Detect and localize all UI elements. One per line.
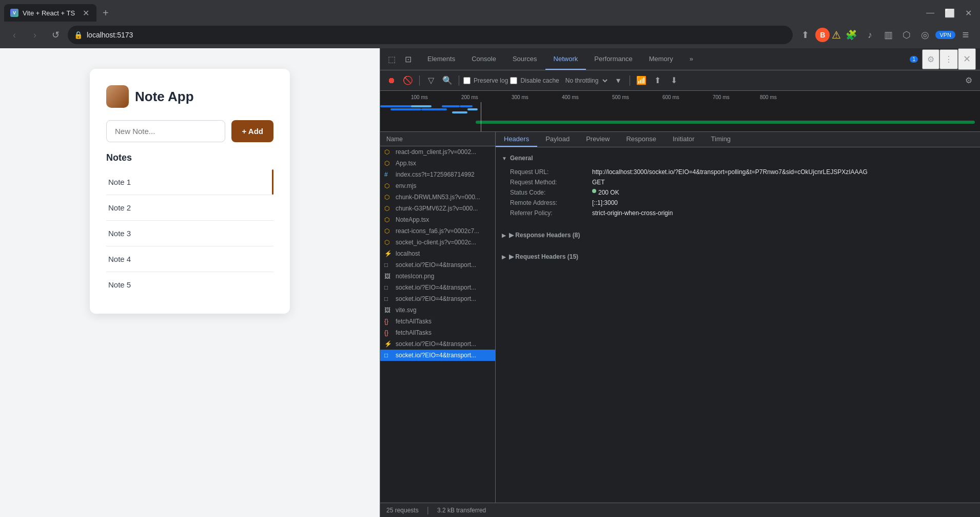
network-item[interactable]: ⬡ NoteApp.tsx: [380, 214, 495, 225]
throttle-arrow[interactable]: ▾: [611, 73, 625, 88]
devtools-close-icon[interactable]: ✕: [958, 48, 976, 70]
record-button[interactable]: ⏺: [384, 73, 399, 88]
new-tab-button[interactable]: +: [99, 5, 113, 21]
tab-payload[interactable]: Payload: [537, 132, 578, 147]
share-icon[interactable]: ⬆: [797, 27, 813, 43]
devtools-more-icon[interactable]: ⋮: [939, 49, 958, 69]
note-app-title: Note App: [135, 89, 194, 105]
network-item[interactable]: {} fetchAllTasks: [380, 327, 495, 338]
tab-performance[interactable]: Performance: [586, 48, 640, 70]
music-icon[interactable]: ♪: [861, 27, 878, 43]
network-list: Name ⬡ react-dom_client.js?v=0002... ⬡ A…: [380, 132, 496, 503]
devtools-badge: 1: [906, 56, 922, 63]
network-item-name: socket_io-client.js?v=0002c...: [396, 239, 491, 246]
status-code-value: 200 OK: [598, 189, 619, 196]
minimize-button[interactable]: —: [922, 6, 938, 20]
network-item[interactable]: ⬡ socket_io-client.js?v=0002c...: [380, 237, 495, 248]
img-icon: 🖼: [384, 307, 393, 314]
devtools-header: ⬚ ⊡ Elements Console Sources Network Per…: [380, 48, 980, 70]
upload-icon[interactable]: ⬆: [651, 73, 665, 88]
close-button[interactable]: ✕: [961, 6, 976, 20]
network-item[interactable]: {} fetchAllTasks: [380, 316, 495, 327]
collapse-arrow: ▼: [502, 156, 507, 161]
maximize-button[interactable]: ⬜: [940, 6, 959, 20]
tab-headers[interactable]: Headers: [496, 132, 537, 147]
js-icon: ⬡: [384, 160, 393, 167]
network-item-selected[interactable]: □ socket.io/?EIO=4&transport...: [380, 350, 495, 361]
response-headers-header[interactable]: ▶ ▶ Response Headers (8): [502, 228, 974, 242]
network-item[interactable]: ⬡ chunk-G3PMV62Z.js?v=000...: [380, 203, 495, 214]
general-header[interactable]: ▼ General: [502, 151, 974, 165]
ws-icon: ⚡: [384, 250, 393, 257]
extensions-icon[interactable]: 🧩: [843, 27, 859, 43]
devtools-settings-icon[interactable]: ⚙: [922, 49, 939, 69]
throttle-select[interactable]: No throttling: [561, 75, 609, 86]
tab-elements[interactable]: Elements: [419, 48, 463, 70]
forward-button[interactable]: ›: [27, 27, 43, 43]
network-item[interactable]: # index.css?t=1725968714992: [380, 169, 495, 180]
preserve-log-label[interactable]: Preserve log: [463, 77, 508, 84]
tab-preview[interactable]: Preview: [578, 132, 618, 147]
network-item[interactable]: □ socket.io/?EIO=4&transport...: [380, 293, 495, 304]
tab-response[interactable]: Response: [618, 132, 664, 147]
js-icon: ⬡: [384, 205, 393, 212]
menu-icon[interactable]: ≡: [957, 27, 974, 43]
tab-close-icon[interactable]: ✕: [81, 8, 90, 17]
network-item[interactable]: □ socket.io/?EIO=4&transport...: [380, 282, 495, 293]
devtools-device-icon[interactable]: ⊡: [401, 52, 415, 66]
name-column-header: Name: [386, 136, 403, 143]
search-icon[interactable]: 🔍: [440, 73, 455, 88]
preserve-log-checkbox[interactable]: [463, 77, 471, 84]
network-item[interactable]: ⬡ chunk-DRWLMN53.js?v=000...: [380, 192, 495, 203]
network-item[interactable]: ⬡ react-icons_fa6.js?v=0002c7...: [380, 225, 495, 237]
request-url-value: http://localhost:3000/socket.io/?EIO=4&t…: [592, 168, 868, 176]
network-item[interactable]: ⬡ App.tsx: [380, 158, 495, 169]
note-item: Note 5: [106, 272, 273, 297]
sidebar-icon[interactable]: ▥: [880, 27, 896, 43]
status-code-row: Status Code: 200 OK: [510, 187, 974, 198]
network-item[interactable]: ⬡ env.mjs: [380, 180, 495, 192]
devtools-inspect-icon[interactable]: ⬚: [384, 52, 399, 66]
vpn-badge[interactable]: VPN: [935, 31, 955, 39]
network-item[interactable]: 🖼 notesIcon.png: [380, 271, 495, 282]
disable-cache-checkbox[interactable]: [510, 77, 517, 84]
tab-bar: V Vite + React + TS ✕ + — ⬜ ✕: [0, 0, 980, 22]
request-headers-header[interactable]: ▶ ▶ Request Headers (15): [502, 250, 974, 263]
note-item: Note 1: [106, 169, 273, 195]
tab-network[interactable]: Network: [545, 48, 586, 70]
network-item[interactable]: ⬡ react-dom_client.js?v=0002...: [380, 146, 495, 158]
download-icon[interactable]: ⬇: [667, 73, 681, 88]
network-conditions-icon[interactable]: 📶: [634, 73, 649, 88]
json-icon: {}: [384, 318, 393, 325]
wallet-icon[interactable]: ◎: [917, 27, 933, 43]
tab-sources[interactable]: Sources: [504, 48, 545, 70]
filter-icon[interactable]: ▽: [424, 73, 438, 88]
general-label: General: [510, 155, 533, 162]
network-body: Name ⬡ react-dom_client.js?v=0002... ⬡ A…: [380, 132, 980, 503]
network-item[interactable]: ⚡ localhost: [380, 248, 495, 259]
network-item[interactable]: 🖼 vite.svg: [380, 304, 495, 316]
tab-timing[interactable]: Timing: [703, 132, 739, 147]
tab-console[interactable]: Console: [463, 48, 504, 70]
add-button[interactable]: + Add: [231, 120, 273, 142]
doc-icon: □: [384, 261, 393, 269]
expand-arrow: ▶: [502, 233, 506, 238]
devtools-tabs: ⬚ ⊡ Elements Console Sources Network Per…: [380, 48, 980, 70]
leo-icon[interactable]: ⬡: [898, 27, 915, 43]
address-bar[interactable]: 🔒 localhost:5173: [68, 26, 793, 44]
active-tab[interactable]: V Vite + React + TS ✕: [4, 4, 96, 22]
disable-cache-label[interactable]: Disable cache: [510, 77, 559, 84]
statusbar-divider: |: [427, 506, 429, 515]
more-network-icon[interactable]: ⚙: [962, 73, 976, 88]
panel-tabs: Headers Payload Preview Response Initiat…: [496, 132, 980, 147]
reload-button[interactable]: ↺: [47, 27, 64, 43]
note-input[interactable]: [106, 120, 225, 142]
clear-button[interactable]: 🚫: [401, 73, 415, 88]
tab-initiator[interactable]: Initiator: [664, 132, 703, 147]
network-item[interactable]: ⚡ socket.io/?EIO=4&transport...: [380, 338, 495, 350]
doc-icon: □: [384, 295, 393, 302]
tab-more[interactable]: »: [681, 48, 701, 70]
tab-memory[interactable]: Memory: [641, 48, 681, 70]
back-button[interactable]: ‹: [6, 27, 23, 43]
network-item[interactable]: □ socket.io/?EIO=4&transport...: [380, 259, 495, 271]
